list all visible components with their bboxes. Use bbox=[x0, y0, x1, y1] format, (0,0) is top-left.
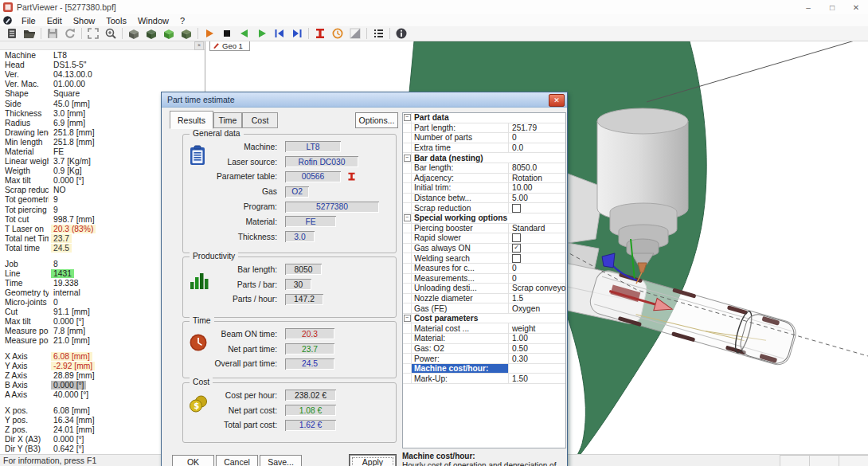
general-field-row: Machine:LT8 bbox=[183, 139, 391, 155]
general-value-box: O2 bbox=[285, 186, 309, 198]
property-row[interactable]: Gas: O20.50 bbox=[403, 344, 565, 354]
checkbox[interactable] bbox=[512, 254, 521, 263]
dialog-title-bar[interactable]: Part time estimate bbox=[162, 92, 567, 108]
ibeam-icon[interactable] bbox=[346, 171, 357, 182]
save-button[interactable] bbox=[44, 27, 61, 41]
time-estimate-button[interactable] bbox=[311, 27, 329, 41]
maximize-button[interactable]: □ bbox=[820, 0, 844, 14]
property-row[interactable]: Power:0.30 bbox=[403, 354, 565, 364]
tab-time[interactable]: Time bbox=[213, 112, 242, 128]
property-section[interactable]: −Cost parameters bbox=[403, 314, 565, 324]
toolbar-separator bbox=[366, 28, 367, 39]
collapse-icon[interactable]: − bbox=[404, 315, 411, 322]
productivity-field-row: Parts / hour:147.2 bbox=[183, 292, 391, 307]
collapse-icon[interactable]: − bbox=[404, 155, 411, 162]
sidebar-row: HeadDS1.5-5" bbox=[5, 61, 205, 70]
menu-window[interactable]: Window bbox=[132, 16, 174, 25]
info-button[interactable] bbox=[393, 27, 410, 41]
property-row[interactable]: Extra time0.0 bbox=[403, 143, 565, 154]
menu-tools[interactable]: Tools bbox=[100, 16, 132, 25]
property-row[interactable]: Adjacency:Rotation bbox=[403, 174, 565, 184]
dialog-close-button[interactable]: ✕ bbox=[549, 94, 565, 107]
menu-help[interactable]: ? bbox=[174, 16, 190, 25]
checkbox[interactable] bbox=[512, 204, 521, 213]
menu-file[interactable]: File bbox=[16, 16, 41, 25]
open-folder-button[interactable] bbox=[21, 27, 38, 41]
go-first-icon bbox=[273, 27, 286, 40]
box-green-button[interactable] bbox=[160, 27, 178, 41]
property-row[interactable]: Distance betw...5.00 bbox=[403, 194, 565, 204]
checkbox[interactable] bbox=[512, 233, 521, 242]
property-row[interactable]: Machine cost/hour: bbox=[403, 364, 565, 374]
play-icon bbox=[203, 27, 216, 40]
property-row[interactable]: Number of parts0 bbox=[403, 133, 565, 143]
property-row[interactable]: Gas (FE)Oxygen bbox=[403, 303, 565, 314]
apply-button[interactable]: Apply bbox=[350, 455, 396, 466]
close-button[interactable]: ✕ bbox=[844, 0, 868, 14]
time-value-box: 23.7 bbox=[285, 343, 334, 354]
ok-button[interactable]: OK bbox=[172, 455, 214, 466]
plane-icon bbox=[349, 27, 362, 40]
property-section[interactable]: −Bar data (nesting) bbox=[403, 153, 565, 163]
box-gray-button[interactable] bbox=[125, 27, 143, 41]
refresh-button[interactable] bbox=[61, 27, 79, 41]
productivity-field-row: Bar length:8050 bbox=[183, 262, 391, 277]
step-back-button[interactable] bbox=[236, 27, 253, 41]
cancel-button[interactable]: Cancel bbox=[216, 455, 258, 466]
box-olive-button[interactable] bbox=[178, 27, 195, 41]
menu-edit[interactable]: Edit bbox=[41, 16, 68, 25]
property-row[interactable]: Material cost ...weight bbox=[403, 323, 565, 334]
property-row[interactable]: Rapid slower bbox=[403, 233, 565, 244]
list-button[interactable] bbox=[369, 27, 387, 41]
box-dark-green-button[interactable] bbox=[143, 27, 160, 41]
checkbox[interactable]: ✓ bbox=[512, 244, 521, 253]
partviewer-window: PartViewer - [5277380.bpf] – □ ✕ FileEdi… bbox=[0, 0, 868, 466]
options-button[interactable]: Options... bbox=[355, 112, 398, 128]
menu-show[interactable]: Show bbox=[68, 16, 101, 25]
title-bar: PartViewer - [5277380.bpf] – □ ✕ bbox=[0, 0, 868, 15]
property-row[interactable]: Unloading desti...Scrap conveyor bbox=[403, 284, 565, 294]
property-row[interactable]: Measures for c...0 bbox=[403, 264, 565, 274]
collapse-icon[interactable]: − bbox=[404, 114, 411, 121]
property-row[interactable]: Initial trim:10.00 bbox=[403, 183, 565, 194]
property-section[interactable]: −Special working options bbox=[403, 213, 565, 224]
general-field-row: Material:FE bbox=[183, 214, 391, 229]
property-row[interactable]: Gas always ON✓ bbox=[403, 244, 565, 254]
general-data-group: General data Machine:LT8Laser source:Rof… bbox=[182, 134, 397, 253]
open-folder-icon bbox=[23, 27, 36, 40]
status-cell bbox=[780, 455, 809, 466]
property-row[interactable]: Welding search bbox=[403, 253, 565, 264]
stop-button[interactable] bbox=[218, 27, 236, 41]
property-row[interactable]: Part length:251.79 bbox=[403, 123, 565, 134]
box-dark-green-icon bbox=[145, 27, 158, 40]
property-row[interactable]: Nozzle diameter1.5 bbox=[403, 294, 565, 304]
cost-value-box: 1.62 € bbox=[285, 420, 336, 431]
clock-button[interactable] bbox=[329, 27, 346, 41]
step-forward-button[interactable] bbox=[253, 27, 271, 41]
property-row[interactable]: Scrap reduction bbox=[403, 203, 565, 213]
plane-button[interactable] bbox=[346, 27, 364, 41]
play-button[interactable] bbox=[201, 27, 218, 41]
minimize-button[interactable]: – bbox=[796, 0, 820, 14]
collapse-icon[interactable]: − bbox=[404, 214, 411, 221]
new-part-icon bbox=[6, 27, 18, 40]
property-row[interactable]: Measurements...0 bbox=[403, 274, 565, 284]
fit-view-button[interactable] bbox=[84, 27, 102, 41]
save-button[interactable]: Save... bbox=[260, 455, 302, 466]
part-time-estimate-dialog: Part time estimate ✕ ResultsTimeCost Opt… bbox=[161, 92, 568, 466]
go-last-button[interactable] bbox=[288, 27, 306, 41]
new-part-button[interactable] bbox=[3, 27, 21, 41]
zoom-button[interactable] bbox=[102, 27, 119, 41]
property-row[interactable]: Piercing boosterStandard bbox=[403, 224, 565, 234]
go-first-button[interactable] bbox=[271, 27, 288, 41]
tab-geo1[interactable]: Geo 1 bbox=[209, 41, 250, 51]
general-value-box: Rofin DC030 bbox=[285, 156, 358, 167]
property-row[interactable]: Material:1.00 bbox=[403, 334, 565, 344]
property-row[interactable]: Mark-Up:1.50 bbox=[403, 374, 565, 384]
productivity-value-box: 8050 bbox=[285, 264, 322, 275]
property-section[interactable]: −Part data bbox=[403, 113, 565, 123]
property-row[interactable]: Bar length:8050.0 bbox=[403, 163, 565, 174]
tab-results[interactable]: Results bbox=[170, 111, 213, 129]
tab-cost[interactable]: Cost bbox=[242, 112, 278, 128]
productivity-field-row: Parts / bar:30 bbox=[183, 277, 391, 292]
